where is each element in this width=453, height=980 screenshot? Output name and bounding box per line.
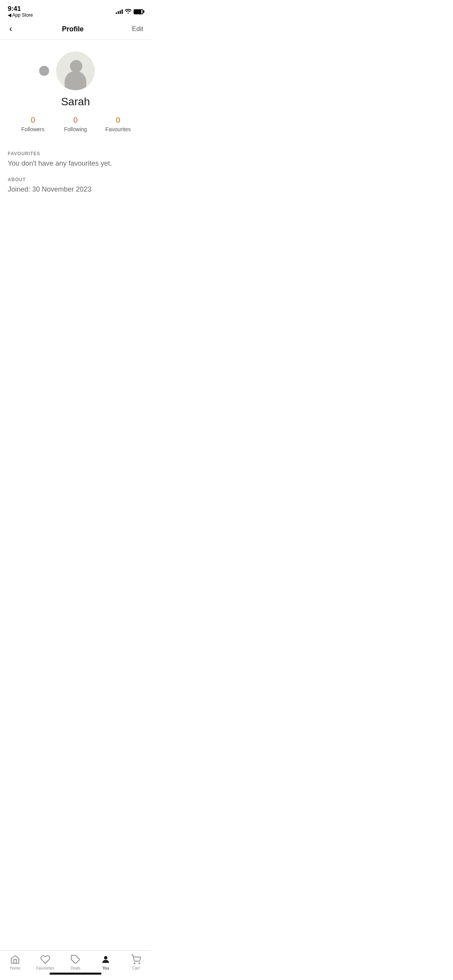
battery-icon — [134, 9, 143, 14]
about-section: ABOUT Joined: 30 November 2023 — [0, 177, 151, 194]
edit-button[interactable]: Edit — [132, 25, 143, 33]
avatar[interactable] — [56, 51, 95, 90]
followers-count: 0 — [31, 116, 35, 125]
status-time: 9:41 — [8, 5, 33, 12]
joined-date: Joined: 30 November 2023 — [8, 185, 143, 194]
followers-label: Followers — [21, 126, 45, 132]
status-icons — [116, 9, 143, 15]
followers-stat[interactable]: 0 Followers — [12, 116, 54, 132]
wifi-icon — [125, 9, 131, 15]
favourites-section-title: FAVOURITES — [8, 151, 143, 156]
favourites-section: FAVOURITES You don't have any favourites… — [0, 151, 151, 168]
status-bar: 9:41 ◀ App Store — [0, 0, 151, 19]
person-body — [65, 71, 86, 90]
page-title: Profile — [62, 25, 84, 33]
status-left: 9:41 ◀ App Store — [8, 5, 33, 18]
nav-bar: ‹ Profile Edit — [0, 19, 151, 40]
following-count: 0 — [73, 116, 77, 125]
following-label: Following — [64, 126, 87, 132]
favourites-stat-label: Favourites — [105, 126, 130, 132]
status-carrier: ◀ App Store — [8, 12, 33, 18]
avatar-container — [56, 51, 95, 90]
profile-name: Sarah — [61, 96, 90, 108]
stats-row: 0 Followers 0 Following 0 Favourites — [8, 116, 143, 132]
back-button[interactable]: ‹ — [8, 22, 14, 36]
following-stat[interactable]: 0 Following — [54, 116, 97, 132]
profile-section: Sarah 0 Followers 0 Following 0 Favourit… — [0, 40, 151, 151]
favourites-count: 0 — [116, 116, 120, 125]
favourites-stat[interactable]: 0 Favourites — [97, 116, 139, 132]
favourites-empty-text: You don't have any favourites yet. — [8, 159, 143, 168]
signal-icon — [116, 9, 123, 14]
avatar-silhouette — [56, 51, 95, 90]
small-dot — [39, 66, 49, 76]
about-section-title: ABOUT — [8, 177, 143, 182]
